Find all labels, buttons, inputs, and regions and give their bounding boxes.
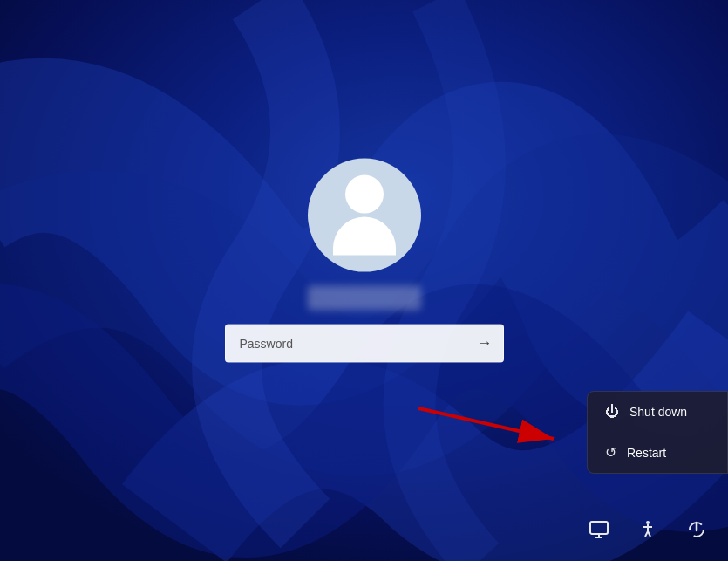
shutdown-menu-item[interactable]: ⏻ Shut down bbox=[588, 392, 727, 432]
login-container: → bbox=[225, 158, 504, 362]
arrow-icon: → bbox=[477, 334, 493, 352]
taskbar bbox=[0, 498, 728, 561]
submit-button[interactable]: → bbox=[466, 324, 504, 362]
avatar bbox=[308, 158, 421, 271]
context-menu: ⏻ Shut down ↺ Restart bbox=[587, 391, 728, 474]
svg-point-7 bbox=[646, 521, 650, 524]
username-display bbox=[308, 285, 421, 310]
svg-rect-4 bbox=[590, 522, 608, 534]
restart-menu-item[interactable]: ↺ Restart bbox=[588, 432, 727, 473]
avatar-head bbox=[345, 174, 384, 213]
display-settings-icon[interactable] bbox=[585, 516, 613, 544]
password-input[interactable] bbox=[225, 324, 504, 362]
avatar-icon bbox=[333, 174, 396, 255]
restart-label: Restart bbox=[627, 446, 666, 460]
shutdown-label: Shut down bbox=[629, 405, 687, 419]
power-icon[interactable] bbox=[683, 516, 711, 544]
restart-icon: ↺ bbox=[605, 444, 616, 461]
password-row: → bbox=[225, 324, 504, 362]
svg-line-11 bbox=[648, 531, 650, 537]
shutdown-icon: ⏻ bbox=[605, 404, 619, 420]
accessibility-icon[interactable] bbox=[634, 516, 662, 544]
avatar-body bbox=[333, 216, 396, 255]
